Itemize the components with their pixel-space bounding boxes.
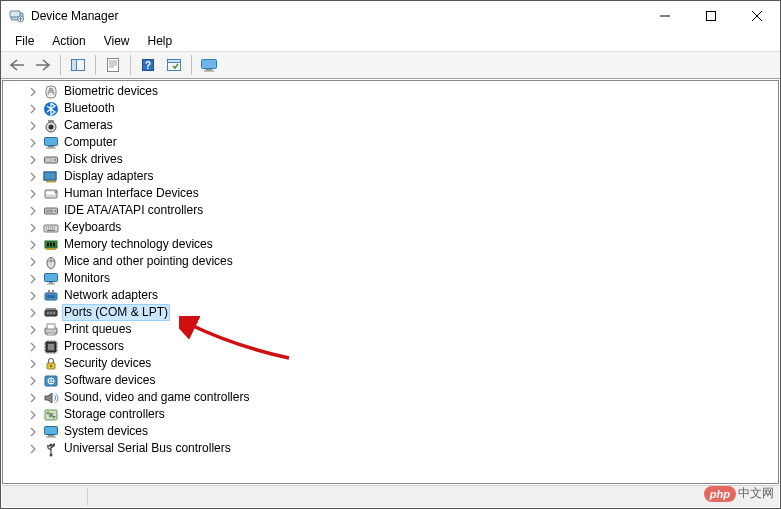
forward-button[interactable] [31,53,55,77]
monitor-button[interactable] [197,53,221,77]
expand-arrow-icon[interactable] [25,237,41,253]
tree-item-computer[interactable]: Computer [25,134,778,151]
tree-item-label: Monitors [62,270,112,287]
expand-arrow-icon[interactable] [25,424,41,440]
svg-rect-39 [53,242,55,246]
svg-point-51 [53,312,55,314]
svg-point-59 [50,365,52,367]
minimize-button[interactable] [642,1,688,31]
properties-button[interactable] [101,53,125,77]
back-button[interactable] [5,53,29,77]
expand-arrow-icon[interactable] [25,220,41,236]
expand-arrow-icon[interactable] [25,135,41,151]
scan-hardware-button[interactable] [162,53,186,77]
expand-arrow-icon[interactable] [25,407,41,423]
svg-rect-20 [48,146,54,148]
expand-arrow-icon[interactable] [25,169,41,185]
tree-item-label: Bluetooth [62,100,117,117]
help-button[interactable]: ? [136,53,160,77]
maximize-button[interactable] [688,1,734,31]
tree-item-print-queues[interactable]: Print queues [25,321,778,338]
mice-icon [42,254,59,270]
device-tree[interactable]: Biometric devicesBluetoothCamerasCompute… [3,81,778,483]
print-queues-icon [42,322,59,338]
tree-item-storage[interactable]: Storage controllers [25,406,778,423]
svg-rect-54 [47,324,55,329]
tree-item-processors[interactable]: Processors [25,338,778,355]
expand-arrow-icon[interactable] [25,305,41,321]
svg-rect-37 [47,242,49,246]
expand-arrow-icon[interactable] [25,101,41,117]
tree-item-software[interactable]: Software devices [25,372,778,389]
svg-rect-66 [46,436,56,437]
tree-item-system[interactable]: System devices [25,423,778,440]
tree-item-label: Sound, video and game controllers [62,389,251,406]
svg-rect-69 [53,443,55,445]
expand-arrow-icon[interactable] [25,288,41,304]
menu-action[interactable]: Action [44,32,93,50]
tree-item-monitors[interactable]: Monitors [25,270,778,287]
app-icon [9,8,25,24]
expand-arrow-icon[interactable] [25,152,41,168]
tree-item-label: Mice and other pointing devices [62,253,235,270]
svg-rect-13 [204,71,214,72]
tree-item-label: Software devices [62,372,157,389]
toolbar-separator [60,55,61,75]
biometric-icon [42,84,59,100]
expand-arrow-icon[interactable] [25,356,41,372]
monitors-icon [42,271,59,287]
close-button[interactable] [734,1,780,31]
tree-item-mice[interactable]: Mice and other pointing devices [25,253,778,270]
svg-point-30 [54,190,57,193]
tree-item-keyboards[interactable]: Keyboards [25,219,778,236]
tree-item-bluetooth[interactable]: Bluetooth [25,100,778,117]
expand-arrow-icon[interactable] [25,254,41,270]
tree-item-usb[interactable]: Universal Serial Bus controllers [25,440,778,457]
disk-drives-icon [42,152,59,168]
toolbar-separator [95,55,96,75]
display-adapters-icon [42,169,59,185]
tree-item-label: Computer [62,134,119,151]
expand-arrow-icon[interactable] [25,322,41,338]
tree-item-ide[interactable]: IDE ATA/ATAPI controllers [25,202,778,219]
tree-item-sound[interactable]: Sound, video and game controllers [25,389,778,406]
toolbar-separator [130,55,131,75]
tree-item-biometric[interactable]: Biometric devices [25,83,778,100]
expand-arrow-icon[interactable] [25,118,41,134]
ports-icon [42,305,59,321]
expand-arrow-icon[interactable] [25,84,41,100]
expand-arrow-icon[interactable] [25,441,41,457]
menu-help[interactable]: Help [140,32,181,50]
sound-icon [42,390,59,406]
expand-arrow-icon[interactable] [25,339,41,355]
menu-view[interactable]: View [96,32,138,50]
tree-item-hid[interactable]: Human Interface Devices [25,185,778,202]
menu-file[interactable]: File [7,32,42,50]
svg-rect-52 [46,308,56,310]
tree-item-cameras[interactable]: Cameras [25,117,778,134]
expand-arrow-icon[interactable] [25,271,41,287]
status-bar [2,485,779,507]
svg-rect-64 [44,426,57,434]
tree-item-label: IDE ATA/ATAPI controllers [62,202,205,219]
show-hide-console-button[interactable] [66,53,90,77]
svg-rect-41 [44,273,57,281]
svg-point-50 [50,312,52,314]
tree-item-ports[interactable]: Ports (COM & LPT) [25,304,778,321]
svg-point-68 [47,445,49,447]
svg-rect-46 [48,290,50,293]
tree-item-display-adapters[interactable]: Display adapters [25,168,778,185]
tree-item-network[interactable]: Network adapters [25,287,778,304]
tree-item-memory-tech[interactable]: Memory technology devices [25,236,778,253]
tree-item-disk-drives[interactable]: Disk drives [25,151,778,168]
tree-item-label: Human Interface Devices [62,185,201,202]
system-icon [42,424,59,440]
expand-arrow-icon[interactable] [25,203,41,219]
expand-arrow-icon[interactable] [25,373,41,389]
expand-arrow-icon[interactable] [25,186,41,202]
memory-tech-icon [42,237,59,253]
expand-arrow-icon[interactable] [25,390,41,406]
tree-item-security[interactable]: Security devices [25,355,778,372]
svg-rect-10 [168,60,181,63]
svg-rect-63 [49,413,53,417]
